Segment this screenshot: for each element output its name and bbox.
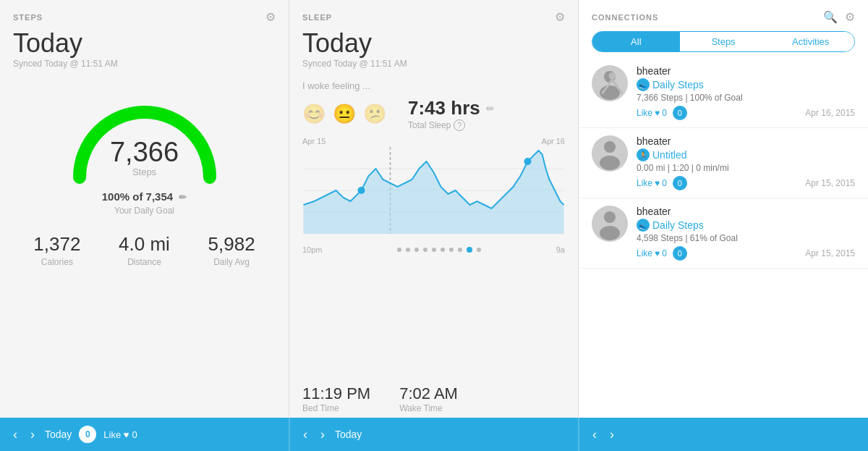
search-icon[interactable]: 🔍 bbox=[823, 10, 838, 24]
svg-point-6 bbox=[358, 187, 365, 194]
activity-name: Untitled bbox=[652, 149, 686, 161]
svg-point-7 bbox=[524, 158, 532, 165]
tab-activities[interactable]: Activities bbox=[767, 32, 854, 51]
daily-avg-stat: 5,982 Daily Avg bbox=[208, 233, 255, 267]
sleep-prev-button[interactable]: ‹ bbox=[300, 424, 310, 445]
sleep-bottom-label: Today bbox=[335, 429, 362, 440]
chart-labels: Apr 15 Apr 16 bbox=[302, 137, 565, 147]
sleep-sync: Synced Today @ 11:51 AM bbox=[289, 59, 578, 76]
steps-bottom-badge[interactable]: 0 bbox=[79, 426, 96, 443]
run-activity-icon: 🏃 bbox=[637, 148, 650, 161]
happy-emoji[interactable]: 😊 bbox=[302, 103, 326, 125]
connection-date: Apr 15, 2015 bbox=[805, 178, 855, 188]
sleep-next-button[interactable]: › bbox=[318, 424, 328, 445]
svg-point-18 bbox=[600, 156, 620, 170]
calories-label: Calories bbox=[33, 257, 80, 267]
like-button[interactable]: Like ♥ 0 bbox=[637, 178, 667, 188]
connections-header: CONNECTIONS 🔍 ⚙ bbox=[579, 0, 868, 27]
bed-time-block: 11:19 PM Bed Time bbox=[302, 384, 370, 413]
svg-point-21 bbox=[600, 226, 620, 240]
conn-prev-button[interactable]: ‹ bbox=[590, 424, 600, 445]
avatar bbox=[592, 135, 628, 172]
connection-detail: 0.00 mi | 1:20 | 0 min/mi bbox=[637, 163, 855, 173]
connection-date: Apr 16, 2015 bbox=[805, 108, 855, 118]
steps-gear-icon[interactable]: ⚙ bbox=[265, 10, 276, 24]
connections-tabs: All Steps Activities bbox=[592, 31, 855, 52]
steps-bottom-section: ‹ › Today 0 Like ♥ 0 bbox=[0, 418, 289, 451]
steps-prev-button[interactable]: ‹ bbox=[10, 424, 20, 445]
sleep-hours-value: 7:43 hrs bbox=[408, 97, 480, 119]
sleep-section-label: SLEEP bbox=[302, 13, 332, 22]
chart-label-right: Apr 16 bbox=[542, 137, 565, 146]
sleep-header: SLEEP ⚙ bbox=[289, 0, 578, 27]
steps-stats-row: 1,372 Calories 4.0 mi Distance 5,982 Dai… bbox=[0, 223, 289, 277]
settings-icon[interactable]: ⚙ bbox=[845, 10, 855, 24]
daily-avg-value: 5,982 bbox=[208, 233, 255, 256]
tab-steps[interactable]: Steps bbox=[680, 32, 767, 51]
sleep-info-icon[interactable]: ? bbox=[454, 119, 465, 131]
comment-badge[interactable]: 0 bbox=[673, 176, 687, 190]
daily-avg-label: Daily Avg bbox=[208, 257, 255, 267]
steps-activity-icon: 👟 bbox=[637, 78, 650, 91]
steps-next-button[interactable]: › bbox=[27, 424, 38, 445]
connection-activity: 👟 Daily Steps bbox=[637, 219, 855, 232]
comment-badge[interactable]: 0 bbox=[673, 246, 687, 261]
distance-value: 4.0 mi bbox=[119, 233, 170, 256]
edit-sleep-icon[interactable]: ✏ bbox=[486, 103, 495, 114]
connection-detail: 7,366 Steps | 100% of Goal bbox=[637, 93, 855, 103]
sleep-gear-icon[interactable]: ⚙ bbox=[555, 10, 565, 24]
bottom-bar: ‹ › Today 0 Like ♥ 0 ‹ › Today ‹ › bbox=[0, 418, 868, 451]
steps-header: STEPS ⚙ bbox=[0, 0, 289, 27]
steps-activity-icon2: 👟 bbox=[637, 219, 650, 232]
connection-meta: Like ♥ 0 0 Apr 15, 2015 bbox=[637, 176, 855, 190]
sleep-chart-svg bbox=[302, 147, 565, 241]
like-button[interactable]: Like ♥ 0 bbox=[637, 248, 667, 258]
steps-bottom-like[interactable]: Like ♥ 0 bbox=[103, 429, 137, 440]
steps-section-label: STEPS bbox=[13, 13, 43, 22]
sleep-panel: SLEEP ⚙ Today Synced Today @ 11:51 AM I … bbox=[289, 0, 579, 418]
total-sleep-label: Total Sleep bbox=[408, 120, 451, 130]
like-button[interactable]: Like ♥ 0 bbox=[637, 108, 667, 118]
list-item: bheater 🏃 Untitled 0.00 mi | 1:20 | 0 mi… bbox=[579, 128, 868, 198]
steps-value: 7,366 bbox=[110, 137, 179, 168]
bed-time-label: Bed Time bbox=[302, 403, 370, 413]
list-item: bheater 👟 Daily Steps 7,366 Steps | 100%… bbox=[579, 58, 868, 128]
sad-emoji[interactable]: 😕 bbox=[363, 103, 386, 125]
feeling-label: I woke feeling ... bbox=[302, 80, 370, 91]
comment-badge[interactable]: 0 bbox=[673, 106, 687, 120]
neutral-emoji[interactable]: 😐 bbox=[333, 103, 356, 125]
connection-info: bheater 👟 Daily Steps 4,598 Steps | 61% … bbox=[637, 206, 855, 261]
bed-time-value: 11:19 PM bbox=[302, 384, 370, 403]
sleep-title: Today bbox=[289, 27, 578, 59]
connection-activity: 👟 Daily Steps bbox=[637, 78, 855, 91]
steps-unit-label: Steps bbox=[110, 167, 179, 177]
sleep-times-row: 11:19 PM Bed Time 7:02 AM Wake Time bbox=[289, 377, 578, 418]
conn-next-button[interactable]: › bbox=[607, 424, 617, 445]
connection-meta: Like ♥ 0 0 Apr 15, 2015 bbox=[637, 246, 855, 261]
connection-info: bheater 👟 Daily Steps 7,366 Steps | 100%… bbox=[637, 65, 855, 120]
feeling-row: I woke feeling ... bbox=[289, 76, 578, 96]
activity-name: Daily Steps bbox=[652, 79, 704, 90]
steps-bottom-label: Today bbox=[45, 429, 72, 440]
connections-header-icons: 🔍 ⚙ bbox=[823, 10, 855, 24]
connections-section-label: CONNECTIONS bbox=[592, 13, 658, 22]
steps-panel: STEPS ⚙ Today Synced Today @ 11:51 AM 7,… bbox=[0, 0, 289, 418]
chart-x-end: 9a bbox=[556, 245, 565, 254]
connections-list: bheater 👟 Daily Steps 7,366 Steps | 100%… bbox=[579, 58, 868, 418]
list-item: bheater 👟 Daily Steps 4,598 Steps | 61% … bbox=[579, 198, 868, 269]
connection-detail: 4,598 Steps | 61% of Goal bbox=[637, 233, 855, 243]
chart-label-left: Apr 15 bbox=[302, 137, 326, 146]
connections-panel: CONNECTIONS 🔍 ⚙ All Steps Activities bbox=[579, 0, 868, 418]
chart-x-start: 10pm bbox=[302, 245, 323, 254]
avatar bbox=[592, 65, 628, 101]
connection-meta: Like ♥ 0 0 Apr 16, 2015 bbox=[637, 106, 855, 120]
activity-name: Daily Steps bbox=[652, 219, 704, 231]
sleep-bottom-section: ‹ › Today bbox=[289, 418, 579, 451]
svg-point-11 bbox=[609, 72, 616, 80]
steps-title: Today bbox=[0, 27, 289, 59]
svg-point-20 bbox=[604, 211, 616, 223]
tab-all[interactable]: All bbox=[592, 32, 680, 51]
connection-activity: 🏃 Untitled bbox=[637, 148, 855, 161]
edit-goal-icon[interactable]: ✏ bbox=[179, 192, 187, 203]
steps-goal-text: 100% of 7,354 ✏ bbox=[0, 185, 289, 206]
